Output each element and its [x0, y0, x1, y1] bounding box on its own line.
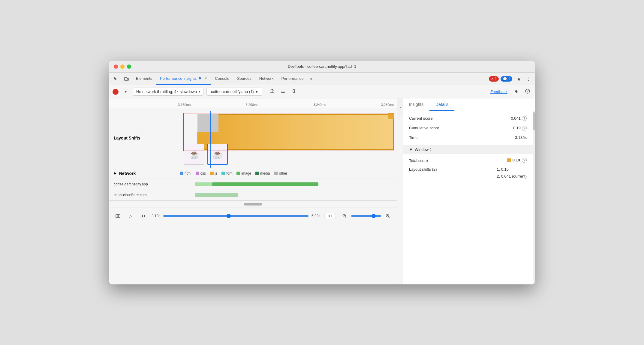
screenshot-icon[interactable]	[114, 212, 122, 220]
legend-media: media	[255, 171, 270, 176]
time-slider[interactable]	[163, 215, 308, 217]
metric-current-score-value: 0.041 ?	[511, 116, 527, 121]
throttle-chevron-icon: ▾	[199, 90, 200, 93]
traffic-lights	[114, 64, 131, 69]
bar-segment-cdnjs	[195, 193, 238, 197]
play-icon[interactable]: ▷	[126, 212, 135, 220]
throttle-dropdown[interactable]: No network throttling, 4× slowdown ▾	[133, 88, 203, 96]
time-start-label: 3.13s	[152, 214, 160, 218]
metric-time-label: Time	[409, 135, 515, 140]
more-options-icon[interactable]: ⋮	[524, 75, 533, 83]
tab-details[interactable]: Details	[429, 98, 454, 111]
metric-current-score-help-icon[interactable]: ?	[522, 116, 527, 121]
timeline-header: 3,160ms 3,200ms 3,240ms 3,280ms	[109, 98, 397, 108]
time-slider-thumb[interactable]	[227, 214, 231, 218]
upload-icon[interactable]	[268, 87, 276, 96]
error-badge[interactable]: ✕ 1	[489, 76, 499, 82]
total-score-label: Total score	[409, 158, 507, 163]
layout-shift-time-marker	[210, 111, 211, 168]
device-icon[interactable]	[122, 75, 131, 83]
devtools-window: DevTools - coffee-cart.netlify.app/?ad=1…	[109, 61, 535, 284]
url-dropdown[interactable]: coffee-cart.netlify.app (1) ▾	[206, 88, 262, 96]
zoom-slider-thumb[interactable]	[372, 214, 376, 218]
help-icon[interactable]: ?	[524, 87, 531, 96]
svg-rect-0	[125, 77, 127, 80]
svg-line-9	[345, 217, 347, 218]
tab-performance-insights[interactable]: Performance insights ⚑ ✕	[156, 73, 211, 85]
scroll-thumb[interactable]	[244, 203, 262, 206]
layout-shifts-row: Layout Shifts	[109, 108, 397, 168]
network-item-0[interactable]: coffee-cart.netlify.app	[109, 179, 397, 190]
network-bar-track-1	[177, 193, 394, 197]
cursor-icon[interactable]	[111, 75, 120, 83]
network-item-bar-0	[175, 179, 397, 190]
more-tabs-button[interactable]: »	[308, 73, 315, 85]
layout-shifts-content[interactable]: ☕ ☕	[175, 108, 397, 168]
layout-shift-red-outline	[183, 113, 394, 151]
legend-font-dot	[221, 172, 225, 175]
record-button[interactable]	[113, 89, 119, 95]
main-content: 3,160ms 3,200ms 3,240ms 3,280ms Layout S…	[109, 98, 535, 284]
tab-insights[interactable]: Insights	[403, 98, 429, 111]
tab-performance[interactable]: Performance	[278, 73, 307, 85]
download-icon[interactable]	[279, 87, 287, 96]
time-range: 3.13s 5.93s	[152, 214, 320, 218]
legend-css-dot	[196, 172, 199, 175]
bar-segment-light	[195, 182, 212, 186]
metric-cumulative-score-help-icon[interactable]: ?	[522, 126, 527, 130]
metric-current-score-label: Current score	[409, 116, 511, 121]
zoom-out-icon[interactable]	[340, 212, 349, 220]
toolbar-right: Feedback ?	[490, 87, 531, 96]
metric-time: Time 3.185s	[409, 135, 527, 140]
skip-start-icon[interactable]: ⏮	[139, 212, 147, 220]
metric-cumulative-score-value: 0.19 ?	[513, 126, 527, 130]
zoom-slider[interactable]	[351, 215, 381, 217]
delete-icon[interactable]	[290, 87, 298, 96]
close-button[interactable]	[114, 64, 118, 69]
legend-image-dot	[236, 172, 240, 175]
tab-network[interactable]: Network	[256, 73, 277, 85]
tab-elements[interactable]: Elements	[132, 73, 156, 85]
network-item-1[interactable]: cdnjs.cloudflare.com	[109, 190, 397, 200]
metric-current-score: Current score 0.041 ?	[409, 116, 527, 121]
minimize-button[interactable]	[120, 64, 125, 69]
svg-text:?: ?	[527, 89, 528, 93]
network-collapse-icon[interactable]: ▶	[114, 171, 116, 175]
right-panel-content: Current score 0.041 ? Cumulative score 0…	[403, 111, 533, 284]
metric-time-value: 3.185s	[515, 135, 527, 140]
tab-console[interactable]: Console	[211, 73, 233, 85]
legend-js: js	[210, 171, 218, 176]
total-score-row: Total score 0.19 ?	[409, 158, 527, 163]
layout-shifts-canvas: ☕ ☕	[175, 108, 397, 168]
network-label[interactable]: ▶ Network	[109, 171, 175, 176]
right-panel-scrollbar[interactable]	[533, 111, 535, 284]
panel-collapse-icon: ›	[400, 105, 401, 110]
metric-cumulative-score: Cumulative score 0.19 ?	[409, 125, 527, 131]
svg-point-6	[117, 215, 119, 217]
network-items: coffee-cart.netlify.app cdnjs.cloudflare…	[109, 179, 397, 200]
bar-segment-main	[212, 182, 318, 186]
maximize-button[interactable]	[127, 64, 131, 69]
panel-collapse-button[interactable]: ›	[397, 98, 403, 116]
total-score-help-icon[interactable]: ?	[522, 158, 527, 163]
tab-sources[interactable]: Sources	[233, 73, 255, 85]
dropdown-arrow-icon[interactable]: ▾	[122, 88, 130, 96]
network-item-label-1: cdnjs.cloudflare.com	[109, 193, 175, 197]
feedback-link[interactable]: Feedback	[490, 89, 507, 94]
scrollbar-thumb[interactable]	[533, 112, 535, 130]
legend-image: image	[236, 171, 251, 176]
toolbar: ▾ No network throttling, 4× slowdown ▾ c…	[109, 85, 535, 98]
title-bar: DevTools - coffee-cart.netlify.app/?ad=1	[109, 61, 535, 73]
tab-close-icon[interactable]: ✕	[204, 76, 207, 80]
settings-gear-icon[interactable]	[512, 87, 519, 96]
tab-bar-right: ✕ 1 💬 1 ⋮	[489, 73, 533, 85]
zoom-in-icon[interactable]	[384, 212, 392, 220]
svg-rect-7	[117, 214, 119, 214]
speed-badge[interactable]: x1	[324, 213, 336, 219]
right-panel: Insights Details Current score 0.041 ?	[403, 98, 535, 284]
info-badge[interactable]: 💬 1	[501, 76, 512, 82]
legend-css: css	[196, 171, 206, 176]
svg-line-12	[389, 217, 390, 218]
network-item-bar-1	[175, 190, 397, 200]
settings-icon[interactable]	[514, 75, 522, 83]
